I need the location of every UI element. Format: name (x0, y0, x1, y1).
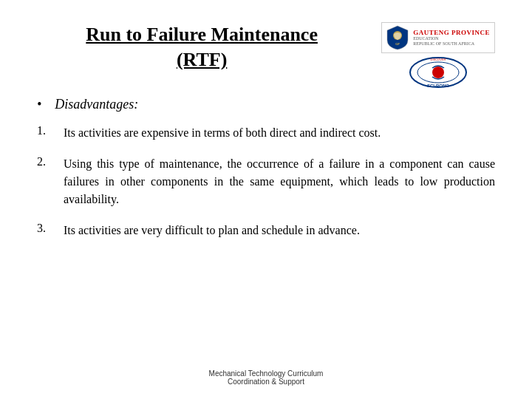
dept-line1: EDUCATION (413, 36, 490, 41)
svg-text:SCI-BONO: SCI-BONO (427, 83, 449, 88)
svg-text:DISCOVER: DISCOVER (431, 58, 446, 61)
header: Run to Failure Maintenance (RTF) GP GAUT… (37, 22, 495, 89)
footer-line2: Coordination & Support (0, 378, 532, 386)
footer-line1: Mechanical Technology Curriculum (0, 369, 532, 378)
gauteng-logo: GP GAUTENG PROVINCE EDUCATION REPUBLIC O… (381, 22, 495, 53)
svg-text:GP: GP (395, 42, 400, 46)
logo-block: GP GAUTENG PROVINCE EDUCATION REPUBLIC O… (381, 22, 495, 89)
slide: Run to Failure Maintenance (RTF) GP GAUT… (0, 0, 532, 399)
title-line2: (RTF) (177, 49, 227, 70)
item-3-number: 3. (37, 222, 52, 235)
scibono-logo-icon: SCI-BONO DISCOVER (409, 56, 468, 89)
footer: Mechanical Technology Curriculum Coordin… (0, 369, 532, 386)
dept-line2: REPUBLIC OF SOUTH AFRICA (413, 41, 490, 47)
gauteng-shield-icon: GP (386, 25, 409, 50)
bullet-char: • (37, 97, 41, 112)
disadvantages-label: • Disadvantages: (37, 97, 495, 112)
section-label-text: Disadvantages: (55, 97, 138, 112)
svg-point-4 (432, 66, 444, 78)
list-item: 1. Its activities are expensive in terms… (37, 124, 495, 142)
title-block: Run to Failure Maintenance (RTF) (37, 22, 381, 72)
item-3-text: Its activities are very difficult to pla… (64, 222, 360, 239)
item-1-number: 1. (37, 124, 52, 137)
content: • Disadvantages: 1. Its activities are e… (37, 97, 495, 239)
slide-title: Run to Failure Maintenance (RTF) (37, 22, 366, 72)
title-line1: Run to Failure Maintenance (86, 24, 318, 45)
item-1-text: Its activities are expensive in terms of… (64, 124, 381, 142)
item-2-number: 2. (37, 155, 52, 168)
gauteng-text: GAUTENG PROVINCE EDUCATION REPUBLIC OF S… (413, 29, 490, 46)
list-item: 2. Using this type of maintenance, the o… (37, 155, 495, 208)
province-name: GAUTENG PROVINCE (413, 29, 490, 36)
list-item: 3. Its activities are very difficult to … (37, 222, 495, 239)
item-2-text: Using this type of maintenance, the occu… (64, 155, 495, 208)
